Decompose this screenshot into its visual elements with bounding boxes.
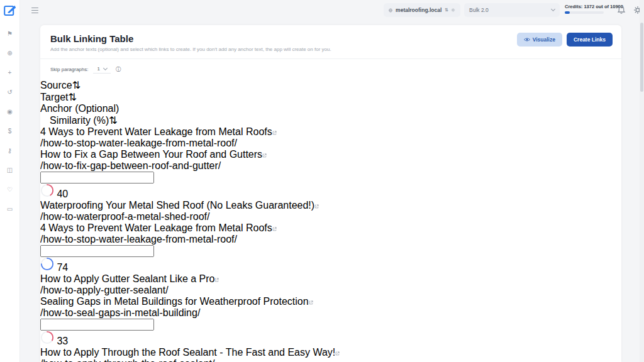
site-selector[interactable]: metalroofing.local ⇅ [384,3,460,17]
source-title-link[interactable]: How to Apply Gutter Sealant Like a Pro [40,273,214,284]
app-selector[interactable]: Bulk 2.0 [464,3,560,17]
similarity-cell: 33 [40,331,621,347]
target-title-link[interactable]: Sealing Gaps in Metal Buildings for Weat… [40,296,309,307]
anchor-cell [40,172,621,184]
table-body: 4 Ways to Prevent Water Leakage from Met… [40,126,621,362]
create-links-button-label: Create Links [574,36,606,43]
credits-progress-fill [565,11,570,14]
similarity-value: 33 [57,336,68,346]
site-settings-gear-icon[interactable] [451,7,455,13]
site-selector-value: metalroofing.local [396,7,441,13]
target-url: /how-to-seal-gaps-in-metal-building/ [40,307,621,319]
skip-paragraphs-value: 1 [97,66,99,72]
source-title-link[interactable]: 4 Ways to Prevent Water Leakage from Met… [40,126,272,137]
table-row: How to Apply Through the Roof Sealant - … [40,347,621,362]
bulk-linking-card: Bulk Linking Table Add the anchor texts … [40,25,621,362]
page-subtitle: Add the anchor texts (optional) and sele… [50,47,611,52]
scrollbar-thumb[interactable] [640,23,643,92]
globe-icon[interactable]: ⊕ [6,49,14,58]
table-header-row: Source⇅ Target⇅ Anchor (Optional) Simila… [40,79,621,126]
anchor-cell [40,245,621,257]
source-cell: How to Apply Gutter Sealant Like a Pro /… [40,273,621,296]
anchor-input[interactable] [40,319,154,331]
external-link-icon[interactable] [272,126,277,137]
notifications-bell-icon[interactable] [616,5,626,15]
source-url: /how-to-apply-gutter-sealant/ [40,285,621,296]
chevron-down-icon [551,7,555,11]
visualize-button[interactable]: Visualize [517,33,562,47]
similarity-gauge: 74 [40,257,621,273]
column-header-source[interactable]: Source⇅ [40,79,621,91]
similarity-value: 74 [57,262,68,273]
similarity-gauge: 40 [40,184,621,200]
credits-progress-track [565,11,604,14]
table-controls: Skip paragraphs: 1 ⓘ [40,59,621,79]
top-bar: metalroofing.local ⇅ Bulk 2.0 Credits: 1… [20,0,639,20]
target-url: /how-to-fix-gap-between-roof-and-gutter/ [40,160,621,172]
book-icon[interactable]: ◫ [6,166,14,175]
target-title-link[interactable]: How to Fix a Gap Between Your Roof and G… [40,149,262,160]
skip-paragraphs-label: Skip paragraphs: [50,67,88,72]
column-header-target[interactable]: Target⇅ [40,91,621,103]
history-icon[interactable]: ↺ [6,88,14,97]
dollar-icon[interactable]: $ [6,127,14,136]
target-cell: Sealing Gaps in Metal Buildings for Weat… [40,296,621,319]
target-cell: How to Fix a Gap Between Your Roof and G… [40,149,621,172]
heart-icon[interactable]: ♡ [6,185,14,194]
app-selector-value: Bulk 2.0 [469,7,489,13]
chevron-down-icon [103,65,108,70]
ball-icon[interactable]: ◉ [6,107,14,116]
source-cell: 4 Ways to Prevent Water Leakage from Met… [40,126,621,149]
chat-bubble-icon[interactable]: ▭ [6,205,14,214]
table-row: Waterproofing Your Metal Shed Roof (No L… [40,200,621,273]
source-title-link[interactable]: How to Apply Through the Roof Sealant - … [40,347,335,358]
anchor-cell [40,319,621,331]
info-icon[interactable]: ⓘ [116,66,121,73]
plus-icon[interactable]: + [6,69,14,77]
app-logo-icon[interactable] [3,4,16,17]
target-cell: 4 Ways to Prevent Water Leakage from Met… [40,222,621,245]
site-selector-caret-icon: ⇅ [445,8,448,13]
skip-paragraphs-select[interactable]: 1 [93,65,110,74]
source-cell: Waterproofing Your Metal Shed Roof (No L… [40,200,621,222]
similarity-cell: 74 [40,257,621,273]
anchor-input[interactable] [40,172,154,184]
globe-icon [389,8,392,13]
external-link-icon[interactable] [262,149,267,160]
source-url: /how-to-waterproof-a-metal-shed-roof/ [40,211,621,222]
page-scrollbar[interactable] [640,0,644,362]
external-link-icon[interactable] [309,296,313,307]
eye-icon [524,37,530,42]
app-sidebar: ⚑⊕+↺◉$⚷◫♡▭ [0,0,20,362]
external-link-icon[interactable] [314,200,319,211]
sidebar-toggle-icon[interactable] [31,8,38,15]
anchor-input[interactable] [40,245,154,257]
external-link-icon[interactable] [335,347,340,358]
table-row: 4 Ways to Prevent Water Leakage from Met… [40,126,621,200]
visualize-button-label: Visualize [533,36,555,43]
target-url: /how-to-stop-water-leakage-from-metal-ro… [40,234,621,245]
column-header-anchor: Anchor (Optional) [40,103,621,114]
sort-icon[interactable]: ⇅ [109,115,117,126]
source-cell: How to Apply Through the Roof Sealant - … [40,347,621,362]
sort-icon[interactable]: ⇅ [68,92,76,102]
sort-icon[interactable]: ⇅ [72,80,80,90]
similarity-gauge: 33 [40,331,621,347]
bulk-linking-table: Source⇅ Target⇅ Anchor (Optional) Simila… [40,79,621,362]
table-row: How to Apply Gutter Sealant Like a Pro /… [40,273,621,347]
source-title-link[interactable]: Waterproofing Your Metal Shed Roof (No L… [40,200,314,211]
source-url: /how-to-apply-through-the-roof-sealant/ [40,358,621,362]
key-icon[interactable]: ⚷ [6,146,14,155]
sidebar-nav: ⚑⊕+↺◉$⚷◫♡▭ [6,30,14,214]
card-header: Bulk Linking Table Add the anchor texts … [40,25,621,59]
similarity-cell: 40 [40,184,621,200]
external-link-icon[interactable] [214,273,219,284]
create-links-button[interactable]: Create Links [567,33,613,47]
similarity-value: 40 [57,189,68,199]
external-link-icon[interactable] [272,222,277,233]
target-title-link[interactable]: 4 Ways to Prevent Water Leakage from Met… [40,222,272,233]
source-url: /how-to-stop-water-leakage-from-metal-ro… [40,138,621,149]
flag-icon[interactable]: ⚑ [6,30,14,38]
column-header-similarity[interactable]: Similarity (%)⇅ [40,114,621,126]
